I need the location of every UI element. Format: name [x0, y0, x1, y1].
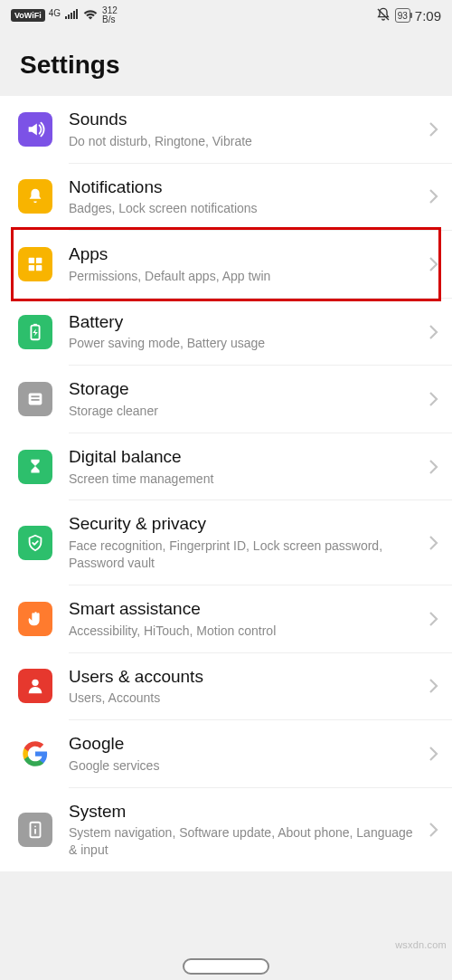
settings-item-system[interactable]: SystemSystem navigation, Software update… — [0, 788, 452, 871]
item-subtitle: Do not disturb, Ringtone, Vibrate — [69, 133, 418, 150]
chevron-right-icon — [423, 535, 443, 551]
gesture-bar[interactable] — [0, 958, 452, 975]
settings-item-notifications[interactable]: NotificationsBadges, Lock screen notific… — [0, 164, 452, 231]
settings-item-security-privacy[interactable]: Security & privacyFace recognition, Fing… — [0, 500, 452, 584]
status-bar: VoWiFi 4G 312 B/s 93 7:09 — [0, 0, 452, 31]
item-title: Security & privacy — [69, 513, 418, 536]
item-title: System — [69, 801, 418, 823]
bell-icon — [18, 179, 52, 214]
chevron-right-icon — [423, 256, 443, 272]
item-subtitle: Face recognition, Fingerprint ID, Lock s… — [69, 538, 418, 572]
svg-rect-13 — [34, 829, 36, 834]
settings-item-apps[interactable]: AppsPermissions, Default apps, App twin — [0, 231, 452, 298]
network-type: 4G — [49, 8, 61, 18]
hourglass-icon — [18, 450, 52, 484]
disk-icon — [18, 382, 52, 416]
info-icon — [18, 813, 52, 847]
item-subtitle: Accessibility, HiTouch, Motion control — [69, 623, 418, 640]
item-title: Google — [69, 733, 418, 756]
item-title: Apps — [69, 243, 418, 266]
item-subtitle: Permissions, Default apps, App twin — [69, 268, 418, 285]
user-icon — [18, 669, 52, 703]
item-subtitle: System navigation, Software update, Abou… — [69, 824, 418, 859]
item-title: Digital balance — [69, 446, 418, 469]
settings-item-storage[interactable]: StorageStorage cleaner — [0, 366, 452, 433]
chevron-right-icon — [423, 459, 443, 475]
hand-icon — [18, 602, 52, 636]
chevron-right-icon — [423, 324, 443, 340]
clock: 7:09 — [415, 8, 441, 24]
settings-item-digital-balance[interactable]: Digital balanceScreen time management — [0, 433, 452, 500]
svg-rect-3 — [29, 265, 34, 271]
item-title: Storage — [69, 378, 418, 401]
wifi-icon — [82, 8, 99, 23]
svg-rect-1 — [29, 258, 34, 263]
watermark: wsxdn.com — [395, 939, 447, 950]
chevron-right-icon — [423, 822, 443, 838]
item-subtitle: Screen time management — [69, 471, 418, 488]
chevron-right-icon — [423, 611, 443, 627]
speaker-icon — [18, 112, 52, 147]
item-subtitle: Users, Accounts — [69, 690, 418, 707]
grid-icon — [18, 247, 52, 281]
page-title: Settings — [0, 31, 452, 96]
status-left: VoWiFi 4G 312 B/s — [11, 6, 118, 24]
svg-rect-8 — [31, 395, 39, 397]
settings-item-smart-assistance[interactable]: Smart assistanceAccessibility, HiTouch, … — [0, 585, 452, 652]
settings-item-google[interactable]: GoogleGoogle services — [0, 720, 452, 787]
svg-rect-6 — [33, 323, 37, 325]
item-subtitle: Google services — [69, 757, 418, 775]
battery-icon — [18, 315, 52, 349]
status-right: 93 7:09 — [376, 7, 441, 24]
svg-point-12 — [34, 825, 36, 827]
mute-icon — [376, 7, 391, 24]
chevron-right-icon — [423, 746, 443, 762]
google-icon — [18, 737, 52, 771]
svg-rect-2 — [36, 258, 42, 263]
item-title: Smart assistance — [69, 598, 418, 621]
net-speed: 312 B/s — [102, 6, 118, 24]
settings-item-sounds[interactable]: SoundsDo not disturb, Ringtone, Vibrate — [0, 96, 452, 163]
home-pill[interactable] — [183, 958, 269, 975]
vowifi-badge: VoWiFi — [11, 9, 45, 22]
svg-rect-4 — [36, 265, 42, 271]
signal-icon — [64, 9, 79, 23]
item-title: Battery — [69, 311, 418, 334]
item-title: Notifications — [69, 176, 418, 199]
chevron-right-icon — [423, 121, 443, 138]
svg-rect-9 — [31, 399, 39, 401]
shield-icon — [18, 526, 52, 560]
chevron-right-icon — [423, 391, 443, 407]
chevron-right-icon — [423, 188, 443, 205]
item-title: Users & accounts — [69, 666, 418, 689]
battery-indicator: 93 — [395, 8, 410, 23]
settings-item-users-accounts[interactable]: Users & accountsUsers, Accounts — [0, 653, 452, 720]
settings-item-battery[interactable]: BatteryPower saving mode, Battery usage — [0, 299, 452, 366]
item-subtitle: Badges, Lock screen notifications — [69, 200, 418, 217]
item-title: Sounds — [69, 109, 418, 131]
svg-point-10 — [32, 680, 38, 686]
item-subtitle: Power saving mode, Battery usage — [69, 335, 418, 352]
chevron-right-icon — [423, 678, 443, 694]
item-subtitle: Storage cleaner — [69, 403, 418, 420]
